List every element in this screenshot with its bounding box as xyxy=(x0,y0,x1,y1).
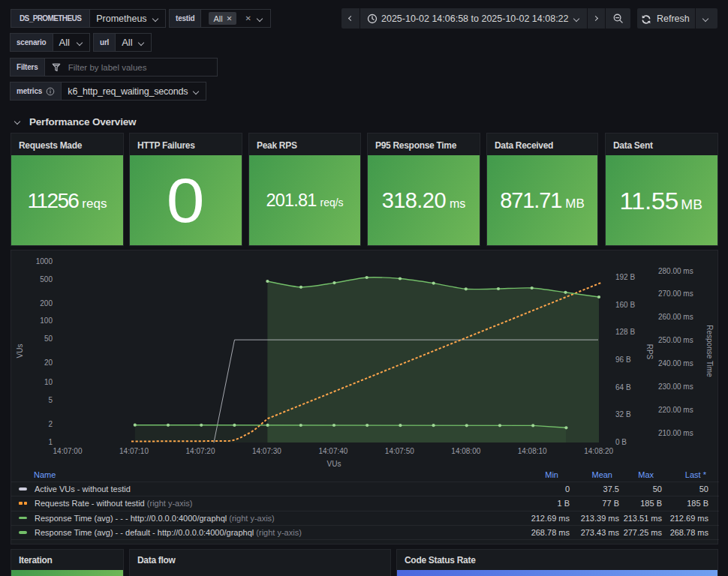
svg-text:270.00 ms: 270.00 ms xyxy=(658,290,693,298)
svg-text:10: 10 xyxy=(44,378,53,386)
svg-text:240.00 ms: 240.00 ms xyxy=(658,359,693,368)
svg-text:0 B: 0 B xyxy=(615,438,627,446)
svg-text:220.00 ms: 220.00 ms xyxy=(658,406,693,414)
svg-text:128 B: 128 B xyxy=(615,328,635,336)
svg-text:14:07:50: 14:07:50 xyxy=(385,447,414,455)
svg-text:32 B: 32 B xyxy=(615,410,631,418)
svg-text:192 B: 192 B xyxy=(615,273,635,281)
svg-text:14:07:40: 14:07:40 xyxy=(318,447,347,455)
svg-text:96 B: 96 B xyxy=(615,356,631,364)
svg-text:14:07:30: 14:07:30 xyxy=(252,447,281,455)
svg-text:RPS: RPS xyxy=(645,344,654,360)
svg-text:250.00 ms: 250.00 ms xyxy=(658,336,693,344)
svg-text:1: 1 xyxy=(48,438,53,446)
svg-text:14:07:10: 14:07:10 xyxy=(119,447,149,455)
svg-text:14:08:20: 14:08:20 xyxy=(584,447,613,455)
svg-text:2: 2 xyxy=(48,420,53,428)
svg-text:14:07:00: 14:07:00 xyxy=(53,447,83,455)
svg-text:230.00 ms: 230.00 ms xyxy=(658,382,693,391)
svg-text:160 B: 160 B xyxy=(615,301,635,309)
svg-text:64 B: 64 B xyxy=(615,383,631,392)
svg-text:200: 200 xyxy=(40,299,53,308)
svg-text:500: 500 xyxy=(40,275,53,284)
svg-text:20: 20 xyxy=(44,358,53,367)
svg-text:100: 100 xyxy=(40,316,53,325)
svg-text:280.00 ms: 280.00 ms xyxy=(658,267,693,275)
svg-text:14:07:20: 14:07:20 xyxy=(186,447,215,455)
svg-text:50: 50 xyxy=(44,334,53,343)
svg-text:210.00 ms: 210.00 ms xyxy=(658,429,693,437)
svg-text:260.00 ms: 260.00 ms xyxy=(658,313,693,321)
svg-text:14:08:10: 14:08:10 xyxy=(518,447,547,455)
svg-text:VUs: VUs xyxy=(16,344,24,358)
svg-text:VUs: VUs xyxy=(327,460,341,468)
svg-text:Response Time: Response Time xyxy=(705,325,714,377)
svg-text:5: 5 xyxy=(48,396,53,404)
svg-text:1000: 1000 xyxy=(36,257,53,266)
svg-text:14:08:00: 14:08:00 xyxy=(451,447,480,455)
